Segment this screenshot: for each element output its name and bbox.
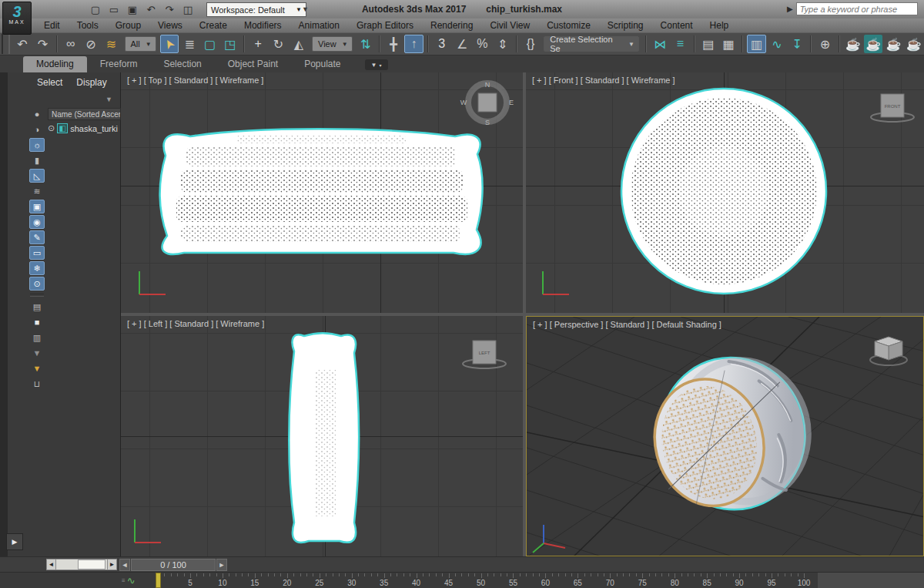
new-folder-button[interactable]: ⊔ — [29, 377, 45, 391]
explorer-options-caret-icon[interactable]: ▼ — [105, 96, 112, 103]
display-xrefs-toggle[interactable]: ◉ — [29, 215, 45, 229]
viewport-front[interactable]: FRONT [ + ] [ Front ] [ Standard ] [ Wir… — [526, 72, 924, 313]
display-bones-toggle[interactable]: ✎ — [29, 230, 45, 244]
viewport-perspective[interactable]: [ + ] [ Perspective ] [ Standard ] [ Def… — [526, 316, 924, 556]
rendered-frame-window-icon[interactable]: ☕ — [864, 35, 882, 53]
previous-frame-button[interactable]: ◄ — [119, 559, 130, 571]
menu-rendering[interactable]: Rendering — [422, 20, 481, 31]
toggle-ribbon-icon[interactable]: ▥ — [747, 35, 765, 53]
align-icon[interactable]: ≡ — [671, 35, 689, 53]
menu-scripting[interactable]: Scripting — [599, 20, 652, 31]
expand-list-button[interactable]: ▤ — [29, 300, 45, 314]
workspace-dropdown[interactable]: Workspace: Default ▼ — [206, 2, 306, 17]
schematic-view-icon[interactable]: ↧ — [788, 35, 806, 53]
filter-combinations-button[interactable]: ▼ — [29, 346, 45, 360]
use-pivot-point-center-icon[interactable]: ⇅ — [357, 35, 375, 53]
spinner-snap-toggle-icon[interactable]: ⇕ — [494, 35, 512, 53]
menu-content[interactable]: Content — [652, 20, 701, 31]
undo-icon[interactable]: ↶ — [13, 35, 32, 53]
rectangular-selection-region-icon[interactable]: ▢ — [200, 35, 219, 53]
select-and-move-icon[interactable]: + — [249, 35, 267, 53]
filter-button[interactable]: ▼ — [29, 361, 45, 375]
explorer-horizontal-scrollbar[interactable]: ◄ ► — [46, 559, 117, 570]
viewcube-perspective[interactable] — [869, 329, 918, 372]
create-selection-set-dropdown[interactable]: Create Selection Se▼ — [544, 36, 639, 52]
display-cameras-toggle[interactable]: ▮ — [29, 153, 45, 167]
menu-help[interactable]: Help — [701, 20, 738, 31]
menu-tools[interactable]: Tools — [69, 20, 107, 31]
track-view-icon[interactable]: ⊕ — [815, 35, 834, 53]
scroll-track[interactable] — [56, 559, 107, 570]
application-menu-button[interactable]: 3 MAX — [2, 2, 32, 35]
selection-square-button[interactable]: ■ — [29, 315, 45, 329]
menu-graph-editors[interactable]: Graph Editors — [348, 20, 422, 31]
ribbon-tab-freeform[interactable]: Freeform — [87, 56, 151, 72]
menu-views[interactable]: Views — [149, 20, 191, 31]
display-space-warps-toggle[interactable]: ≋ — [29, 184, 45, 198]
menu-modifiers[interactable]: Modifiers — [236, 20, 290, 31]
search-input[interactable] — [796, 2, 918, 15]
select-and-manipulate-icon[interactable]: ╋ — [384, 35, 403, 53]
menu-group[interactable]: Group — [107, 20, 149, 31]
redo-icon[interactable]: ↷ — [33, 35, 52, 53]
viewport-left[interactable]: LEFT [ + ] [ Left ] [ Standard ] [ Wiref… — [121, 316, 523, 556]
display-hidden-toggle[interactable]: ⊙ — [29, 277, 45, 291]
snaps-toggle-3d-icon[interactable]: 3 — [433, 35, 451, 53]
new-scene-icon[interactable]: ▢ — [87, 2, 104, 17]
viewport-label-front[interactable]: [ + ] [ Front ] [ Standard ] [ Wireframe… — [532, 76, 675, 85]
toolbar-grip[interactable] — [2, 34, 10, 54]
menu-edit[interactable]: Edit — [35, 20, 69, 31]
undo-small-icon[interactable]: ↶ — [142, 2, 159, 17]
select-and-rotate-icon[interactable]: ↻ — [269, 35, 287, 53]
select-object-icon[interactable]: ➤ — [160, 35, 179, 53]
track-bar[interactable]: ≡ ∿ 051015202530354045505560657075808590… — [0, 572, 924, 588]
project-folder-icon[interactable]: ◫ — [179, 2, 196, 17]
select-and-scale-icon[interactable]: ◭ — [290, 35, 308, 53]
display-helpers-toggle[interactable]: ◺ — [29, 169, 45, 183]
keyboard-shortcut-override-icon[interactable]: ↑ — [404, 35, 423, 53]
current-frame-marker[interactable] — [156, 573, 161, 588]
toggle-layer-explorer-icon[interactable]: ▦ — [719, 35, 738, 53]
window-crossing-toggle-icon[interactable]: ◳ — [221, 35, 239, 53]
menu-civil-view[interactable]: Civil View — [481, 20, 538, 31]
display-shapes-toggle[interactable]: ◑ — [29, 123, 45, 136]
visibility-eye-icon[interactable]: ⊙ — [48, 123, 55, 133]
search-arrow-icon[interactable]: ▶ — [787, 5, 793, 13]
menu-animation[interactable]: Animation — [290, 20, 348, 31]
time-slider-handle[interactable]: 0 / 100 — [131, 559, 216, 571]
scroll-right-icon[interactable]: ► — [107, 559, 117, 570]
workspace-options-icon[interactable]: ▼ — [302, 5, 309, 13]
bind-to-space-warp-icon[interactable]: ≋ — [102, 35, 120, 53]
viewport-top[interactable]: N E S W [ + ] [ Top ] [ Standard ] [ Wir… — [121, 72, 523, 313]
toggle-scene-explorer-icon[interactable]: ▤ — [699, 35, 718, 53]
viewcube-compass[interactable]: N E S W — [458, 77, 517, 128]
open-file-icon[interactable]: ▭ — [105, 2, 122, 17]
select-by-name-icon[interactable]: ≣ — [180, 35, 199, 53]
scroll-left-icon[interactable]: ◄ — [46, 559, 56, 570]
unlink-selection-icon[interactable]: ⊘ — [82, 35, 100, 53]
display-frozen-toggle[interactable]: ❄ — [29, 261, 45, 275]
mirror-icon[interactable]: ⋈ — [651, 35, 669, 53]
display-lights-toggle[interactable]: ☼ — [29, 138, 45, 152]
render-production-icon[interactable]: ☕ — [884, 35, 902, 53]
explorer-menu-select[interactable]: Select — [37, 77, 62, 88]
ribbon-display-toggle-icon[interactable]: ▼▾ — [365, 59, 388, 70]
name-column-header[interactable]: Name (Sorted Ascending — [48, 108, 121, 120]
ribbon-tab-selection[interactable]: Selection — [150, 56, 214, 72]
scroll-thumb[interactable] — [78, 559, 105, 570]
menu-customize[interactable]: Customize — [538, 20, 599, 31]
edit-list-button[interactable]: ▥ — [29, 331, 45, 344]
reference-coordinate-system-dropdown[interactable]: View▼ — [312, 36, 353, 52]
render-setup-icon[interactable]: ☕ — [844, 35, 862, 53]
scene-object-row[interactable]: ⊙ ◧ shaska_turki — [48, 122, 121, 135]
render-iterative-icon[interactable]: ☕ — [905, 35, 923, 53]
explorer-expand-button[interactable]: ▶ — [6, 533, 23, 550]
edit-named-selection-sets-icon[interactable]: {} — [521, 35, 540, 53]
redo-small-icon[interactable]: ↷ — [161, 2, 178, 17]
curve-editor-icon[interactable]: ∿ — [768, 35, 786, 53]
percent-snap-toggle-icon[interactable]: % — [473, 35, 491, 53]
select-and-link-icon[interactable]: ∞ — [62, 35, 80, 53]
selection-filter-dropdown[interactable]: All▼ — [125, 36, 156, 52]
viewport-label-top[interactable]: [ + ] [ Top ] [ Standard ] [ Wireframe ] — [127, 76, 263, 85]
ribbon-tab-modeling[interactable]: Modeling — [23, 56, 87, 72]
